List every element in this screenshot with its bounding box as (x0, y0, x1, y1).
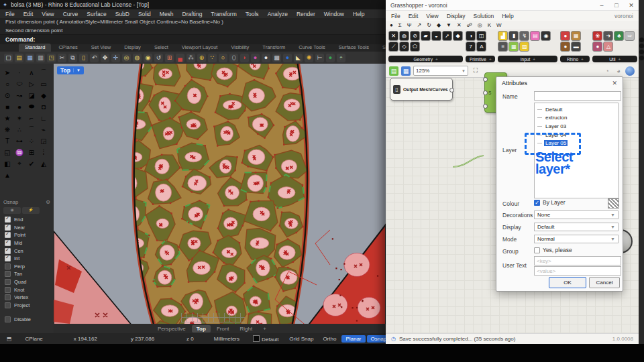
toolbar-tab[interactable]: Visibility (225, 44, 255, 52)
gh-rhino-icon[interactable]: ● (560, 31, 570, 41)
ellipse-icon[interactable]: ⬭ (14, 78, 25, 89)
copy-icon[interactable]: ⧉ (68, 54, 77, 62)
extrude-icon[interactable]: ◘ (38, 101, 49, 112)
zoom-level-select[interactable]: 125% ▼ (413, 66, 468, 76)
checkbox-icon[interactable] (5, 302, 11, 308)
viewport-tab[interactable]: Front (212, 325, 234, 333)
osnap-tab-smarttrack[interactable]: ⚡ (22, 207, 40, 214)
gh-category-tab[interactable]: Ψ (407, 22, 412, 28)
osnap-option[interactable]: Tan (0, 270, 54, 278)
zoom-window-icon[interactable]: ◍ (133, 54, 142, 62)
gh-menu-edit[interactable]: Edit (409, 13, 419, 19)
circle2-icon[interactable]: ⊙ (2, 90, 13, 101)
gh-input-icon[interactable]: ◉ (541, 31, 551, 41)
freeform-icon[interactable]: ↝ (14, 90, 25, 101)
planar-toggle[interactable]: Planar (341, 335, 365, 343)
lamp-icon[interactable]: ○ (219, 54, 227, 62)
rhino-menu-item[interactable]: Transform (211, 11, 236, 17)
cplane-button[interactable]: CPlane (19, 336, 50, 342)
osnap-option[interactable]: Cen (0, 247, 54, 255)
layer-list-item[interactable]: Layer 03 (535, 122, 618, 131)
half-sphere-icon[interactable]: ◓ (337, 54, 345, 62)
viewport-tab[interactable]: Top (192, 325, 211, 333)
shaded-sphere-icon[interactable]: ● (262, 54, 270, 62)
pan-icon[interactable]: ✥ (101, 54, 109, 62)
gh-geometry-icon[interactable]: ◍ (399, 31, 409, 41)
gh-rhino-icon[interactable]: ▦ (571, 31, 581, 41)
gh-category-tab[interactable]: ✕ (457, 22, 462, 28)
by-layer-checkbox[interactable]: ✓ By Layer (534, 199, 566, 206)
rhino-menu-item[interactable]: View (42, 11, 54, 17)
checkbox-icon[interactable] (5, 255, 11, 261)
polyline-icon[interactable]: ∧ (26, 67, 37, 78)
gear-icon[interactable]: ⚙ (46, 199, 50, 205)
hatch-icon[interactable]: ⁘ (26, 135, 37, 146)
surface2-icon[interactable]: ◆ (38, 90, 49, 101)
minimize-button[interactable]: – (594, 2, 609, 9)
gh-util-icon[interactable]: △ (603, 42, 613, 52)
snap-icon[interactable]: ⌖ (14, 158, 25, 169)
array2-icon[interactable]: ⁞ (38, 147, 49, 158)
monitor-icon[interactable]: ⬒ (0, 336, 19, 342)
checkbox-icon[interactable] (5, 232, 11, 238)
blue-sphere-icon[interactable] (625, 66, 635, 76)
rhino-menu-item[interactable]: Solid (138, 11, 151, 17)
osnap-option[interactable]: Point (0, 231, 54, 239)
shade-icon[interactable]: ◭ (38, 158, 49, 169)
view-icon[interactable]: ◔ (602, 66, 612, 76)
osnap-option[interactable]: Quad (0, 278, 54, 286)
object-properties-icon[interactable]: ▄ (176, 54, 184, 62)
paint-icon[interactable]: ◣ (294, 54, 303, 62)
checkbox-icon[interactable] (5, 279, 11, 285)
paste-icon[interactable]: ▯ (79, 54, 88, 62)
surface-icon[interactable]: ◪ (26, 90, 37, 101)
osnap-option[interactable]: Vertex (0, 294, 54, 302)
toolbar-tab[interactable]: Curve Tools (292, 44, 331, 52)
box-icon[interactable]: ■ (2, 101, 13, 112)
toolbar-tab[interactable]: Viewport Layout (176, 44, 224, 52)
zoom-extents-icon[interactable]: ⛶ (471, 66, 480, 76)
rectangle-icon[interactable]: ▭ (38, 78, 49, 89)
points-on-icon[interactable]: ∵ (208, 54, 217, 62)
osnap-option[interactable]: Perp (0, 263, 54, 271)
user-text-value-input[interactable] (534, 266, 621, 276)
point-cloud-icon[interactable]: ∴ (14, 124, 25, 135)
ortho-toggle[interactable]: Ortho (319, 335, 340, 343)
layer-indicator[interactable]: Default (246, 335, 285, 343)
box-edit-icon[interactable]: ◱ (2, 147, 13, 158)
toolbar-tab[interactable]: Standard (19, 44, 51, 52)
gh-util-icon[interactable]: ➜ (603, 31, 613, 41)
select-arrow-icon[interactable]: ➤ (2, 67, 13, 78)
wire-sphere-icon[interactable]: ▩ (272, 54, 281, 62)
gh-category-tab[interactable]: ☍ (467, 22, 472, 28)
gh-geometry-icon[interactable]: ⟋ (388, 42, 398, 52)
flow-icon[interactable]: ♒ (14, 147, 25, 158)
name-input[interactable] (534, 91, 621, 101)
rhino-menu-item[interactable]: Tools (246, 11, 259, 17)
gh-util-icon[interactable]: ❀ (592, 31, 602, 41)
checkbox-icon[interactable] (5, 225, 11, 231)
units-label[interactable]: Millimeters (207, 336, 246, 342)
rhino-menu-item[interactable]: Help (353, 11, 364, 17)
gh-menu-help[interactable]: Help (502, 13, 513, 19)
check-icon[interactable]: ✔ (26, 158, 37, 169)
gh-geometry-icon[interactable]: ✕ (388, 31, 398, 41)
checkbox-icon[interactable] (5, 287, 11, 293)
zoom-icon[interactable]: ◎ (122, 54, 131, 62)
blend-icon[interactable]: ⌁ (38, 124, 49, 135)
gh-category-tab[interactable]: K (488, 22, 491, 28)
rhino-menu-item[interactable]: Surface (87, 11, 106, 17)
checkbox-icon[interactable] (5, 271, 11, 277)
gh-rhino-icon[interactable]: ▬ (571, 42, 581, 52)
lock-icon[interactable]: ⬯ (229, 54, 238, 62)
viewport-tab[interactable]: Right (235, 325, 258, 333)
sphere-icon[interactable]: ● (14, 101, 25, 112)
gh-menu-view[interactable]: View (426, 13, 438, 19)
gear-icon[interactable]: ✺ (305, 54, 313, 62)
osnap-tab-object[interactable]: ◉ (3, 207, 21, 214)
mode-select[interactable]: Normal ▼ (534, 235, 619, 243)
cylinder-icon[interactable]: ⬬ (26, 101, 37, 112)
gh-geometry-icon[interactable]: ◇ (399, 42, 409, 52)
rhino-menu-item[interactable]: Analyze (268, 11, 288, 17)
gh-category-tab[interactable]: ▼ (446, 22, 451, 28)
